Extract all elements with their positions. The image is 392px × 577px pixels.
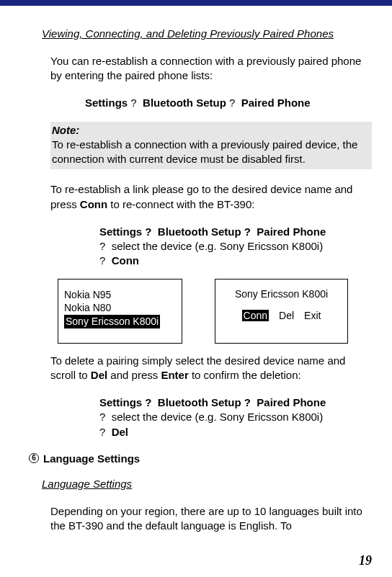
step-bluetooth: Bluetooth Setup ? (158, 225, 251, 238)
conn-button: Conn (242, 310, 269, 321)
nav-paired: Paired Phone (241, 97, 311, 109)
step-del: Del (112, 426, 128, 438)
device-title: Sony Ericsson K800i (215, 288, 347, 300)
step-paired: Paired Phone (257, 225, 326, 238)
bullet-heading-language: 6 Language Settings (29, 452, 372, 465)
section-title-language: Language Settings (42, 478, 372, 490)
del-button: Del (279, 310, 294, 321)
step-select: select the device (e.g. Sony Ericsson K8… (112, 240, 323, 252)
device-list-screen: Nokia N95 Nokia N80 Sony Ericsson K800i (58, 279, 182, 344)
q-mark: ? (99, 426, 105, 438)
q-mark: ? (99, 240, 105, 252)
step-select: select the device (e.g. Sony Ericsson K8… (112, 411, 323, 423)
q-mark: ? (99, 411, 105, 423)
note-label: Note: (52, 123, 370, 138)
step-settings: Settings ? (99, 225, 152, 238)
step-conn: Conn (112, 254, 139, 267)
bullet-number-icon: 6 (29, 453, 39, 463)
device-action-screen: Sony Ericsson K800i Conn Del Exit (215, 279, 348, 344)
section-title-viewing: Viewing, Connecting, and Deleting Previo… (42, 27, 372, 40)
header-bar (0, 0, 392, 6)
intro-paragraph: You can re-establish a connection with a… (50, 54, 372, 84)
text: to re-connect with the BT-390: (107, 198, 254, 210)
reestablish-para: To re-establish a link please go to the … (50, 182, 372, 212)
screen-row: Nokia N95 Nokia N80 Sony Ericsson K800i … (58, 279, 372, 344)
exit-button: Exit (304, 310, 321, 321)
step-bluetooth: Bluetooth Setup ? (158, 396, 251, 408)
note-box: Note: To re-establish a connection with … (50, 122, 372, 170)
enter-bold: Enter (161, 369, 188, 381)
steps-conn: Settings ? Bluetooth Setup ? Paired Phon… (99, 225, 372, 269)
conn-bold: Conn (80, 198, 107, 210)
nav-settings: Settings (85, 97, 128, 109)
del-bold: Del (91, 369, 107, 381)
text: and press (107, 369, 161, 381)
nav-path-1: Settings ? Bluetooth Setup ? Paired Phon… (85, 97, 372, 109)
nav-arrow: ? (229, 97, 235, 109)
text: to confirm the deletion: (189, 369, 301, 381)
list-item-selected: Sony Ericsson K800i (64, 315, 160, 328)
steps-del: Settings ? Bluetooth Setup ? Paired Phon… (99, 395, 372, 439)
bullet-heading-text: Language Settings (43, 452, 140, 465)
page-content: Viewing, Connecting, and Deleting Previo… (0, 6, 392, 533)
note-text: To re-establish a connection with a prev… (52, 138, 370, 167)
list-item: Nokia N80 (64, 301, 176, 315)
page-number: 19 (359, 553, 372, 568)
step-paired: Paired Phone (257, 396, 326, 408)
nav-bluetooth: Bluetooth Setup (143, 97, 226, 109)
q-mark: ? (99, 254, 105, 267)
language-para: Depending on your region, there are up t… (50, 504, 372, 534)
list-item: Nokia N95 (64, 288, 176, 302)
delete-para: To delete a pairing simply select the de… (50, 354, 372, 383)
nav-arrow: ? (130, 97, 136, 109)
step-settings: Settings ? (99, 396, 152, 408)
